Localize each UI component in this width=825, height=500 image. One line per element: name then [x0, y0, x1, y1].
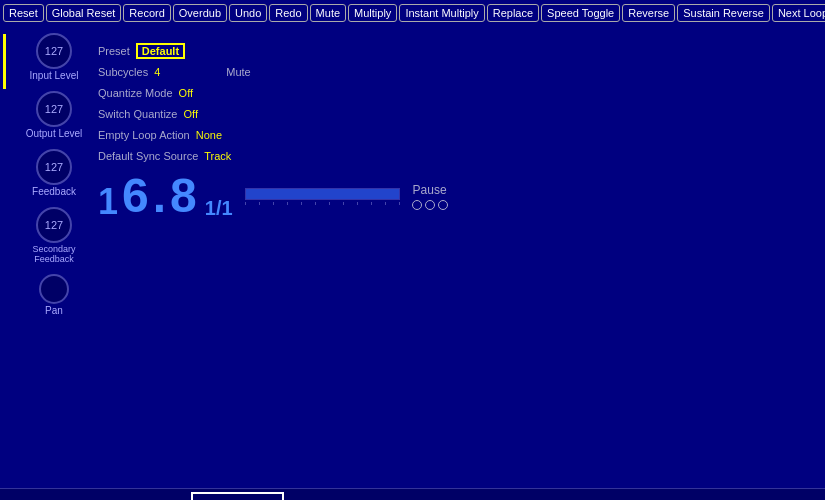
- loop-number-5: 5: [419, 496, 431, 500]
- loop-number-4: 4: [325, 496, 337, 500]
- pause-label: Pause: [413, 183, 447, 197]
- input-level-knob[interactable]: 127: [36, 33, 72, 69]
- progress-fill: [246, 189, 399, 199]
- display-dot: .: [153, 172, 168, 220]
- display-n1: 1: [98, 184, 120, 220]
- preset-value[interactable]: Default: [136, 43, 185, 59]
- mute-text: Mute: [226, 66, 250, 78]
- default-sync-source-row: Default Sync Source Track: [98, 146, 817, 166]
- loop-strip-7[interactable]: 71234127Output Level: [567, 492, 660, 500]
- big-numbers: 1 6 . 8 1/1: [98, 172, 233, 220]
- output-level-knob[interactable]: 127: [36, 91, 72, 127]
- feedback-label: Feedback: [32, 186, 76, 197]
- input-level-label: Input Level: [30, 70, 79, 81]
- output-level-group: 127 Output Level: [22, 91, 86, 139]
- display-n4: 8: [170, 172, 199, 220]
- output-level-label: Output Level: [26, 128, 83, 139]
- loop-strip-2[interactable]: 21234127Output Level: [97, 492, 190, 500]
- subcycles-value: 4: [154, 66, 160, 78]
- loop-strip-5[interactable]: 51234127Output Level: [379, 492, 472, 500]
- reset-button[interactable]: Reset: [3, 4, 44, 22]
- display-n2: 6: [122, 172, 151, 220]
- center-panel: Preset Default Subcycles 4 Mute Quantize…: [90, 26, 825, 488]
- global-reset-button[interactable]: Global Reset: [46, 4, 122, 22]
- tick: [329, 202, 330, 205]
- mute-button[interactable]: Mute: [310, 4, 346, 22]
- speed-toggle-button[interactable]: Speed Toggle: [541, 4, 620, 22]
- yellow-indicator: [3, 34, 6, 89]
- feedback-knob[interactable]: 127: [36, 149, 72, 185]
- overdub-button[interactable]: Overdub: [173, 4, 227, 22]
- pause-section: Pause: [412, 183, 448, 210]
- loop-number-7: 7: [607, 496, 619, 500]
- tick: [273, 202, 274, 205]
- settings-section: Preset Default Subcycles 4 Mute Quantize…: [98, 31, 817, 166]
- pause-dot-1: [412, 200, 422, 210]
- tick: [287, 202, 288, 205]
- tick: [301, 202, 302, 205]
- secondary-feedback-group: 127 Secondary Feedback: [22, 207, 86, 264]
- empty-loop-action-label: Empty Loop Action: [98, 129, 190, 141]
- subcycles-row: Subcycles 4 Mute: [98, 62, 817, 82]
- empty-loop-action-value: None: [196, 129, 222, 141]
- display-fraction: 1/1: [205, 197, 233, 220]
- tick: [385, 202, 386, 205]
- switch-quantize-row: Switch Quantize Off: [98, 104, 817, 124]
- redo-button[interactable]: Redo: [269, 4, 307, 22]
- pause-dot-3: [438, 200, 448, 210]
- tick-marks: [245, 202, 400, 205]
- loop-number-8: 8: [701, 496, 713, 500]
- progress-and-pause: [245, 188, 400, 205]
- quantize-mode-label: Quantize Mode: [98, 87, 173, 99]
- default-sync-source-value: Track: [204, 150, 231, 162]
- loops-panel: 11234127Output Level21234127Output Level…: [0, 488, 825, 500]
- loop-number-3: 3: [231, 496, 243, 500]
- loop-strip-8[interactable]: 81234127Output Level: [661, 492, 754, 500]
- loop-number-6: 6: [513, 496, 525, 500]
- loop-number-1: 1: [43, 496, 55, 500]
- replace-button[interactable]: Replace: [487, 4, 539, 22]
- tick: [399, 202, 400, 205]
- progress-bar: [245, 188, 400, 200]
- multiply-button[interactable]: Multiply: [348, 4, 397, 22]
- subcycles-label: Subcycles: [98, 66, 148, 78]
- instant-multiply-button[interactable]: Instant Multiply: [399, 4, 484, 22]
- next-loop-button[interactable]: Next Loop: [772, 4, 825, 22]
- default-sync-source-label: Default Sync Source: [98, 150, 198, 162]
- switch-quantize-label: Switch Quantize: [98, 108, 177, 120]
- preset-row: Preset Default: [98, 41, 817, 61]
- switch-quantize-value: Off: [183, 108, 197, 120]
- tick: [357, 202, 358, 205]
- quantize-mode-row: Quantize Mode Off: [98, 83, 817, 103]
- pan-label: Pan: [45, 305, 63, 316]
- feedback-group: 127 Feedback: [22, 149, 86, 197]
- input-level-group: 127 Input Level: [22, 33, 86, 81]
- record-button[interactable]: Record: [123, 4, 170, 22]
- pan-group: Pan: [22, 274, 86, 316]
- tick: [245, 202, 246, 205]
- reverse-button[interactable]: Reverse: [622, 4, 675, 22]
- loop-number-2: 2: [137, 496, 149, 500]
- secondary-feedback-label: Secondary Feedback: [22, 244, 86, 264]
- big-display-row: 1 6 . 8 1/1: [98, 172, 817, 220]
- secondary-feedback-knob[interactable]: 127: [36, 207, 72, 243]
- tick: [315, 202, 316, 205]
- quantize-mode-value: Off: [179, 87, 193, 99]
- pause-dots: [412, 200, 448, 210]
- loop-strip-3[interactable]: 31234127Output Level: [191, 492, 284, 500]
- pan-knob[interactable]: [39, 274, 69, 304]
- undo-button[interactable]: Undo: [229, 4, 267, 22]
- tick: [259, 202, 260, 205]
- pause-dot-2: [425, 200, 435, 210]
- tick: [371, 202, 372, 205]
- sustain-reverse-button[interactable]: Sustain Reverse: [677, 4, 770, 22]
- empty-loop-action-row: Empty Loop Action None: [98, 125, 817, 145]
- preset-label: Preset: [98, 45, 130, 57]
- main-area: 127 Input Level 127 Output Level 127 Fee…: [0, 26, 825, 488]
- tick: [343, 202, 344, 205]
- loop-strip-6[interactable]: 61234127Output Level: [473, 492, 566, 500]
- left-panel: 127 Input Level 127 Output Level 127 Fee…: [0, 26, 90, 488]
- loop-strip-1[interactable]: 11234127Output Level: [3, 492, 96, 500]
- toolbar: ResetGlobal ResetRecordOverdubUndoRedoMu…: [0, 0, 825, 26]
- loop-strip-4[interactable]: 41234127Output Level: [285, 492, 378, 500]
